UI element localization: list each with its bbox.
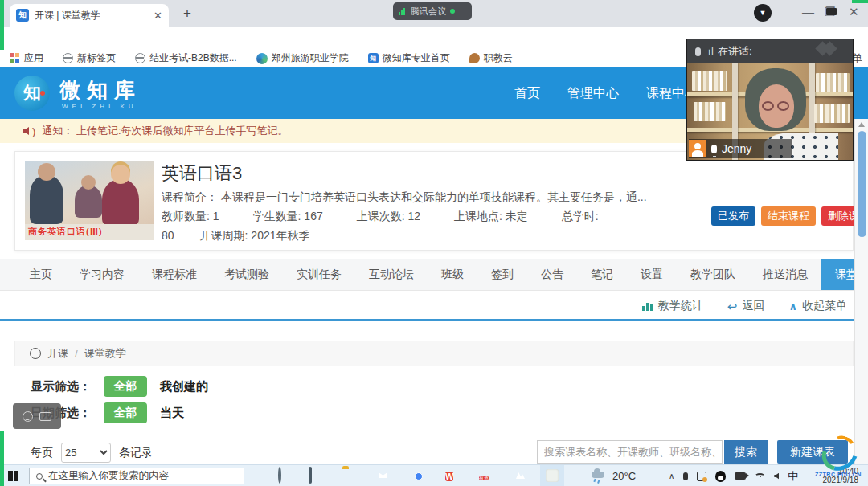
display-filter-mine-option[interactable]: 我创建的 xyxy=(160,379,208,394)
page-size-select[interactable]: 25 xyxy=(61,443,111,463)
course-cover-caption: 商务英语口语(Ⅲ) xyxy=(28,226,103,238)
start-button[interactable] xyxy=(8,471,18,481)
tab-settings[interactable]: 设置 xyxy=(627,259,677,290)
tray-expand-icon[interactable]: ∧ xyxy=(669,472,674,480)
bookmark-college[interactable]: 郑州旅游职业学院 xyxy=(256,51,349,65)
bookmark-weizhiku[interactable]: 知微知库专业首页 xyxy=(368,51,450,65)
cortana-button[interactable] xyxy=(278,468,293,484)
screen-share-border xyxy=(0,431,4,486)
recording-dot-icon xyxy=(450,9,455,14)
published-badge: 已发布 xyxy=(711,206,755,226)
microphone-icon xyxy=(711,145,717,153)
tab-close-icon[interactable]: ✕ xyxy=(154,10,162,22)
back-link[interactable]: ↩返回 xyxy=(727,299,765,313)
chevron-up-icon: ∧ xyxy=(788,301,797,312)
course-card: 商务英语口语(Ⅲ) 英语口语3 课程简介： 本课程是一门专门培养英语口头表达和交… xyxy=(14,151,854,251)
bookmark-zhijiaoyun[interactable]: 职教云 xyxy=(469,51,513,65)
tencent-meeting-pill[interactable]: 腾讯会议 xyxy=(393,2,472,20)
tray-microphone-icon[interactable] xyxy=(683,472,688,480)
notice-text: 通知： 上传笔记:每次课后微知库平台上传手写笔记。 xyxy=(42,124,288,138)
course-description: 课程简介： 本课程是一门专门培养英语口头表达和交际能力的单项技能课程。其主要任务… xyxy=(162,190,692,205)
microphone-icon xyxy=(695,47,701,56)
mail-button[interactable] xyxy=(376,468,391,484)
tab-home[interactable]: 主页 xyxy=(16,259,66,290)
new-tab-button[interactable]: + xyxy=(183,6,191,22)
reaction-smiley-icon[interactable] xyxy=(23,411,33,422)
tray-wifi-icon[interactable] xyxy=(755,473,765,480)
bookmark-newtab[interactable]: 新标签页 xyxy=(63,51,116,65)
course-badges: 已发布 结束课程 删除课程 xyxy=(711,206,868,226)
site-logo-subtitle: WEI ZHI KU xyxy=(62,103,137,110)
breadcrumb: 开课 / 课堂教学 xyxy=(14,341,854,366)
share-window-icon[interactable] xyxy=(39,412,51,421)
touch-keyboard-icon[interactable] xyxy=(826,8,837,15)
tab-exams[interactable]: 考试测验 xyxy=(211,259,283,290)
nav-admin-center[interactable]: 管理中心 xyxy=(567,85,619,102)
scrollbar-thumb[interactable] xyxy=(858,131,866,237)
chrome-button[interactable] xyxy=(411,468,426,484)
site-logo-name[interactable]: 微知库 xyxy=(59,76,141,104)
screen-share-border xyxy=(0,0,4,50)
course-cover-image[interactable]: 商务英语口语(Ⅲ) xyxy=(25,161,154,240)
tray-volume-icon[interactable] xyxy=(774,473,779,480)
speaking-status-label: 正在讲话: xyxy=(707,44,752,59)
task-view-button[interactable] xyxy=(309,468,324,484)
date-filter-all-button[interactable]: 全部 xyxy=(104,402,147,423)
undo-arrow-icon: ↩ xyxy=(727,300,738,312)
window-close-button[interactable]: ✕ xyxy=(849,5,859,19)
ime-indicator[interactable]: 中 xyxy=(788,469,798,484)
browser-tab[interactable]: 知 开课 | 课堂教学 ✕ xyxy=(10,4,169,27)
globe-icon xyxy=(30,348,41,359)
teaching-stats-button[interactable]: 教学统计 xyxy=(642,299,703,313)
weather-temperature[interactable]: 20°C xyxy=(612,470,636,482)
course-stats-row: 教师数量: 1 学生数量: 167 上课次数: 12 上课地点: 未定 总学时: xyxy=(162,210,633,224)
tab-classes[interactable]: 班级 xyxy=(428,259,477,290)
tencent-meeting-button[interactable] xyxy=(514,468,529,484)
tab-course-standard[interactable]: 课程标准 xyxy=(138,259,211,290)
tray-snip-icon[interactable] xyxy=(697,472,706,481)
watermark-text: ZZTRC.EDU.CN xyxy=(815,472,862,477)
site-logo-icon[interactable]: 知 xyxy=(14,76,50,111)
meeting-video-overlay[interactable]: 正在讲话: Jenny xyxy=(686,39,854,161)
search-button[interactable]: 搜索 xyxy=(724,440,768,464)
wps-button[interactable]: W xyxy=(445,468,461,484)
collapse-menu-button[interactable]: ∧收起菜单 xyxy=(788,299,847,313)
display-filter-all-button[interactable]: 全部 xyxy=(104,376,147,397)
tab-push-messages[interactable]: 推送消息 xyxy=(749,259,821,290)
tab-notes[interactable]: 笔记 xyxy=(577,259,627,290)
youdao-button[interactable]: 有道 xyxy=(479,468,494,484)
breadcrumb-root[interactable]: 开课 xyxy=(47,346,68,361)
tab-forum[interactable]: 互动论坛 xyxy=(355,259,428,290)
table-search-input[interactable] xyxy=(537,440,723,464)
active-app-button[interactable] xyxy=(540,465,564,486)
tab-announcements[interactable]: 公告 xyxy=(527,259,577,290)
weather-icon[interactable] xyxy=(592,472,604,478)
tab-favicon-zhi-icon: 知 xyxy=(16,9,29,22)
meeting-reactions-overlay[interactable] xyxy=(13,403,61,429)
tab-learning-content[interactable]: 学习内容 xyxy=(66,259,138,290)
window-minimize-button[interactable]: — xyxy=(802,5,814,18)
tab-teaching-team[interactable]: 教学团队 xyxy=(677,259,749,290)
date-filter-today-option[interactable]: 当天 xyxy=(160,406,184,421)
bookmark-apps[interactable]: 应用 xyxy=(10,51,43,65)
page-size-suffix: 条记录 xyxy=(119,446,153,460)
breadcrumb-current: 课堂教学 xyxy=(84,346,126,361)
file-explorer-button[interactable] xyxy=(342,468,358,484)
media-controls-button[interactable]: ▼ xyxy=(754,4,772,22)
meeting-watermark-icon xyxy=(817,43,835,54)
tray-qq-icon[interactable] xyxy=(715,471,726,482)
tab-checkin[interactable]: 签到 xyxy=(477,259,527,290)
browser-tab-strip: 知 开课 | 课堂教学 ✕ + 腾讯会议 ▼ — ❐ ✕ xyxy=(0,0,868,27)
nav-home[interactable]: 首页 xyxy=(514,85,540,102)
glasses-icon xyxy=(762,101,791,112)
page-scrollbar[interactable] xyxy=(854,119,868,464)
scrollbar-up-icon[interactable] xyxy=(858,122,865,127)
taskbar-search-box[interactable]: 在这里输入你要搜索的内容 xyxy=(29,468,244,484)
tab-training-tasks[interactable]: 实训任务 xyxy=(283,259,355,290)
apps-grid-icon xyxy=(10,53,20,63)
finish-course-button[interactable]: 结束课程 xyxy=(761,206,816,226)
tray-camera-icon[interactable] xyxy=(735,472,746,480)
bookmark-exam[interactable]: 结业考试-B2B数据... xyxy=(135,51,237,65)
leaf-icon xyxy=(469,53,480,63)
search-icon xyxy=(36,473,43,480)
